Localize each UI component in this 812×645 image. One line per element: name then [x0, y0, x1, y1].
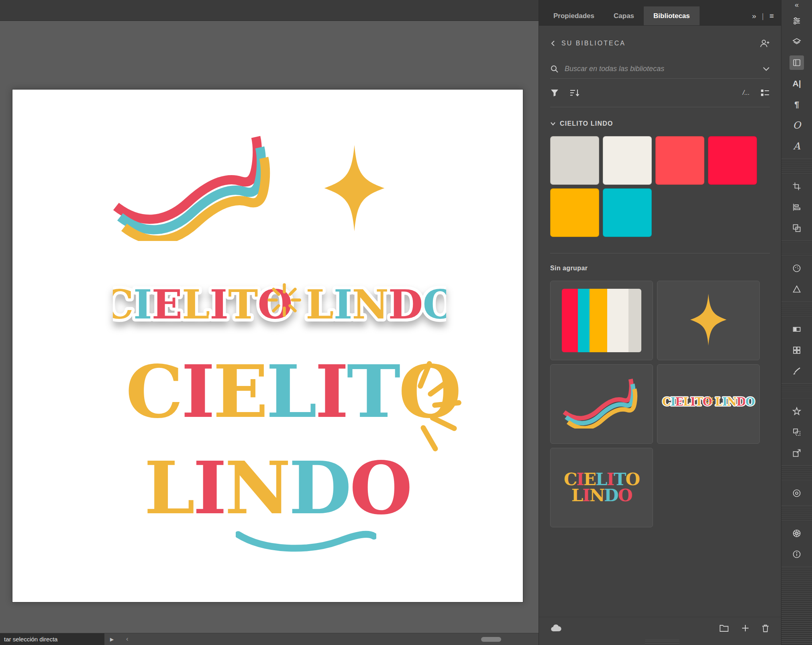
show-names-icon[interactable]: /... [743, 89, 750, 96]
svg-text:CIELITO LINDO: CIELITO LINDO [113, 281, 446, 328]
dock-items: A|¶OA [781, 10, 812, 645]
panel-tabs: PropiedadesCapasBibliotecas [544, 6, 700, 25]
color-swatch[interactable] [550, 188, 599, 237]
tile-stacked-line2: LINDO [564, 488, 639, 504]
search-scope-chevron-icon[interactable] [763, 67, 770, 71]
palette-bar [578, 289, 590, 352]
color-swatch[interactable] [603, 188, 652, 237]
navigator-icon[interactable] [781, 523, 812, 544]
adjustments-icon[interactable] [781, 10, 812, 31]
asset-palette-bars [562, 289, 641, 352]
collapse-dock-icon[interactable]: « [781, 0, 812, 10]
filter-row: /... [550, 84, 770, 102]
delete-icon[interactable] [761, 624, 770, 633]
swash-artwork[interactable] [236, 524, 376, 558]
color-swatch[interactable] [603, 136, 652, 185]
back-icon[interactable] [550, 40, 557, 47]
align-icon[interactable] [781, 197, 812, 218]
asset-color-palette[interactable] [550, 281, 653, 360]
brushes-icon[interactable] [781, 361, 812, 382]
swatches-icon[interactable] [781, 340, 812, 361]
sticker-thumbnail: CIELITO LINDO [660, 393, 757, 415]
sparkle-artwork[interactable] [322, 145, 387, 233]
tab-propiedades[interactable]: Propiedades [544, 6, 604, 25]
dock-texture [781, 384, 812, 399]
big-text-line2[interactable]: LINDO [144, 452, 410, 524]
library-group-title: CIELITO LINDO [560, 120, 613, 127]
artboards-icon[interactable] [781, 176, 812, 197]
dock-texture [781, 567, 812, 645]
asset-stacked-logo[interactable]: CIELITO LINDO [550, 448, 653, 527]
glyphs-icon[interactable]: A [781, 136, 812, 157]
color-guide-icon[interactable] [781, 279, 812, 300]
sort-icon[interactable] [569, 89, 580, 97]
library-search[interactable]: Buscar en todas las bibliotecas [550, 59, 770, 79]
swatch-grid [550, 136, 770, 237]
library-title: SU BIBLIOTECA [561, 40, 626, 47]
tool-flyout-arrow-icon[interactable]: ▶ [110, 633, 114, 645]
filter-icon[interactable] [550, 89, 559, 97]
asset-grid: CIELITO LINDO CIELITO LINDO [550, 281, 770, 527]
export-icon[interactable] [781, 443, 812, 463]
panel-menu-icon[interactable]: ≡ [769, 12, 774, 20]
gradient-icon[interactable] [781, 319, 812, 340]
panel-tabbar: PropiedadesCapasBibliotecas » | ≡ [539, 0, 781, 26]
color-swatch[interactable] [655, 136, 704, 185]
pathfinder-icon[interactable] [781, 218, 812, 239]
sparkle-thumbnail [689, 294, 728, 347]
list-view-icon[interactable] [760, 89, 770, 97]
dock-texture [781, 159, 812, 174]
symbols-icon[interactable] [781, 401, 812, 422]
opentype-icon[interactable]: O [781, 115, 812, 136]
search-icon [550, 65, 559, 73]
wave-logo-artwork[interactable] [109, 135, 282, 243]
new-group-icon[interactable] [719, 624, 730, 633]
panel-resize-grabber[interactable] [645, 640, 679, 644]
effects-icon[interactable] [781, 483, 812, 504]
tab-bibliotecas[interactable]: Bibliotecas [644, 6, 700, 25]
character-icon[interactable]: A| [781, 73, 812, 94]
sync-status-icon[interactable] [550, 624, 562, 633]
color-swatch[interactable] [708, 136, 757, 185]
canvas-area: CIELITO LINDO CIELITO LINDO tar selecció… [0, 0, 539, 645]
sun-rays-artwork[interactable] [409, 351, 461, 465]
ungrouped-header: Sin agrupar [550, 262, 770, 274]
palette-bar [607, 289, 628, 352]
palette-bar [628, 289, 641, 352]
library-group-header[interactable]: CIELITO LINDO [550, 118, 770, 130]
dock-texture [781, 506, 812, 521]
tab-capas[interactable]: Capas [604, 6, 644, 25]
panel-footer [539, 617, 781, 639]
tool-name-text: tar selección directa [4, 636, 57, 643]
wave-thumbnail [561, 378, 643, 430]
artboard[interactable]: CIELITO LINDO CIELITO LINDO [12, 89, 523, 602]
asset-sparkle[interactable] [657, 281, 760, 360]
color-swatch[interactable] [550, 136, 599, 185]
asset-wave-logo[interactable] [550, 364, 653, 444]
horizontal-scrollbar-thumb[interactable] [481, 637, 501, 642]
svg-text:CIELITO LINDO: CIELITO LINDO [662, 396, 755, 408]
color-icon[interactable] [781, 258, 812, 279]
info-icon[interactable] [781, 544, 812, 565]
palette-bar [562, 289, 578, 352]
document-topbar [0, 0, 539, 21]
libraries-icon[interactable] [781, 52, 812, 73]
asset-sticker-logo[interactable]: CIELITO LINDO [657, 364, 760, 444]
paragraph-icon[interactable]: ¶ [781, 94, 812, 115]
dock-texture [781, 302, 812, 317]
libraries-panel: PropiedadesCapasBibliotecas » | ≡ SU BIB… [539, 0, 781, 645]
divider [550, 253, 770, 253]
palette-bar [590, 289, 607, 352]
add-content-icon[interactable] [741, 624, 750, 633]
library-header-row: SU BIBLIOTECA [550, 35, 770, 51]
transform-icon[interactable] [781, 422, 812, 443]
stacked-thumbnail: CIELITO LINDO [564, 472, 639, 504]
panel-body: SU BIBLIOTECA Buscar en todas las biblio… [539, 35, 781, 527]
expand-panel-icon[interactable]: » [752, 12, 756, 20]
search-placeholder: Buscar en todas las bibliotecas [565, 65, 664, 73]
scroll-left-icon[interactable]: ‹ [126, 633, 129, 645]
panel-dock: « A|¶OA [781, 0, 812, 645]
invite-person-icon[interactable] [759, 39, 770, 48]
layers-icon[interactable] [781, 31, 812, 52]
sticker-logo-artwork[interactable]: CIELITO LINDO [113, 271, 446, 341]
